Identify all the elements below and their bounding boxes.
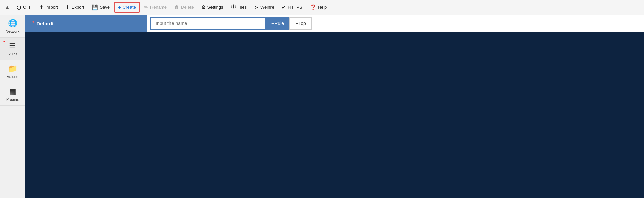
profile-star: * — [32, 20, 34, 26]
sidebar-item-network-label: Network — [6, 29, 19, 33]
save-label: Save — [100, 5, 110, 10]
rules-icon: ☰ — [9, 42, 16, 51]
sidebar-item-values[interactable]: 📁 Values — [0, 60, 25, 83]
rename-label: Rename — [150, 5, 167, 10]
settings-icon: ⚙ — [201, 4, 206, 11]
import-icon: ⬆ — [39, 4, 44, 11]
settings-label: Settings — [207, 5, 223, 10]
create-button[interactable]: + Create — [114, 2, 140, 13]
sidebar-item-plugins[interactable]: ▦ Plugins — [0, 83, 25, 106]
profile-name-section: * Default — [25, 15, 147, 32]
profile-bar: * Default +Rule +Top — [25, 15, 644, 32]
sidebar-item-rules-label: Rules — [8, 52, 17, 56]
export-icon: ⬇ — [65, 4, 70, 11]
name-input-area: +Rule +Top — [147, 17, 315, 30]
dark-panel — [25, 32, 644, 198]
sidebar-item-plugins-label: Plugins — [6, 97, 19, 101]
sidebar-item-network[interactable]: 🌐 Network — [0, 15, 25, 38]
files-icon: ⓘ — [231, 4, 236, 11]
plugins-icon: ▦ — [9, 87, 16, 96]
collapse-button[interactable]: ▲ — [3, 3, 12, 12]
https-button[interactable]: ✔ HTTPS — [278, 3, 306, 12]
sidebar: 🌐 Network * ☰ Rules 📁 Values ▦ Plugins — [0, 15, 25, 198]
weinre-label: Weinre — [260, 5, 274, 10]
weinre-button[interactable]: ≻ Weinre — [251, 3, 278, 12]
delete-label: Delete — [181, 5, 194, 10]
content-area: * Default +Rule +Top — [25, 15, 644, 198]
help-icon: ❓ — [310, 4, 316, 11]
collapse-icon: ▲ — [5, 4, 10, 11]
import-button[interactable]: ⬆ Import — [36, 3, 61, 12]
off-button[interactable]: ⏻ OFF — [13, 3, 35, 12]
network-icon: 🌐 — [8, 19, 17, 28]
files-button[interactable]: ⓘ Files — [227, 2, 250, 12]
delete-button[interactable]: 🗑 Delete — [171, 3, 197, 12]
toolbar: ▲ ⏻ OFF ⬆ Import ⬇ Export 💾 Save + Creat… — [0, 0, 644, 15]
main-layout: 🌐 Network * ☰ Rules 📁 Values ▦ Plugins *… — [0, 15, 644, 198]
import-label: Import — [45, 5, 58, 10]
name-input[interactable] — [150, 17, 265, 30]
https-icon: ✔ — [282, 4, 286, 11]
add-top-button[interactable]: +Top — [289, 17, 312, 30]
create-icon: + — [118, 4, 121, 10]
save-button[interactable]: 💾 Save — [88, 3, 113, 12]
https-label: HTTPS — [288, 5, 302, 10]
export-label: Export — [72, 5, 84, 10]
create-label: Create — [123, 5, 136, 10]
rules-star: * — [3, 40, 5, 45]
help-label: Help — [318, 5, 327, 10]
sidebar-item-rules[interactable]: * ☰ Rules — [0, 38, 25, 60]
help-button[interactable]: ❓ Help — [306, 3, 330, 12]
sidebar-item-values-label: Values — [7, 75, 18, 79]
profile-name-label: Default — [36, 21, 54, 26]
rename-icon: ✏ — [144, 4, 148, 11]
save-icon: 💾 — [92, 4, 98, 11]
off-label: OFF — [23, 5, 32, 10]
files-label: Files — [238, 5, 247, 10]
values-icon: 📁 — [8, 64, 17, 73]
add-rule-button[interactable]: +Rule — [265, 17, 289, 30]
off-icon: ⏻ — [16, 4, 21, 10]
settings-button[interactable]: ⚙ Settings — [198, 3, 227, 12]
weinre-icon: ≻ — [254, 4, 259, 11]
delete-icon: 🗑 — [174, 4, 179, 10]
export-button[interactable]: ⬇ Export — [62, 3, 88, 12]
rename-button[interactable]: ✏ Rename — [141, 3, 170, 12]
